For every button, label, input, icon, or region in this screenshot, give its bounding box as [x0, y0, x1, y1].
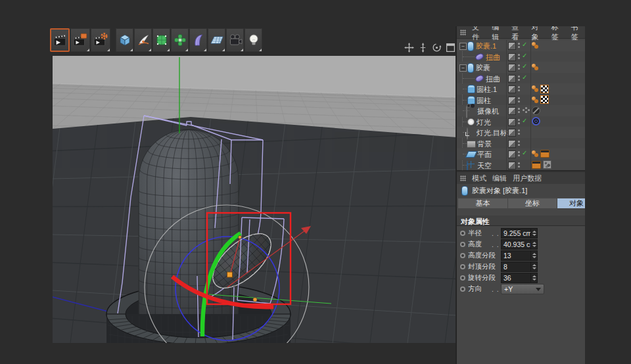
- object-row-light[interactable]: 灯光 ✓: [457, 116, 585, 127]
- object-row-capsule-1[interactable]: – 胶囊.1 ✓: [457, 40, 585, 51]
- keyframe-circle-icon[interactable]: [460, 253, 465, 258]
- visibility-dots[interactable]: [518, 162, 520, 164]
- layer-square-toggle[interactable]: [508, 53, 516, 61]
- gizmo-handle-dot[interactable]: [253, 298, 257, 302]
- texture-tag-icon[interactable]: [540, 85, 549, 93]
- object-name[interactable]: 灯光: [477, 118, 491, 127]
- object-name[interactable]: 圆柱.1: [477, 85, 497, 95]
- target-tag-icon[interactable]: [532, 117, 540, 125]
- edit-render-settings-button[interactable]: [91, 28, 110, 52]
- phong-tag-icon[interactable]: [532, 150, 536, 154]
- layer-square-toggle[interactable]: [508, 107, 516, 115]
- object-name[interactable]: 胶囊.1: [476, 41, 496, 51]
- object-row-sky[interactable]: 天空: [457, 160, 585, 171]
- bend-deformer-button[interactable]: [189, 28, 207, 52]
- pan-view-icon[interactable]: [404, 42, 414, 53]
- phong-tag-icon[interactable]: [532, 42, 536, 46]
- tab-basic[interactable]: 基本: [458, 198, 507, 208]
- sky-texture-tag-icon[interactable]: [543, 160, 551, 169]
- dolly-view-icon[interactable]: [417, 42, 428, 53]
- object-name[interactable]: 圆柱: [477, 96, 491, 106]
- add-cube-primitive-button[interactable]: [116, 28, 133, 52]
- orientation-dropdown[interactable]: +Y: [501, 284, 544, 294]
- object-row-camera[interactable]: 摄像机: [457, 105, 585, 116]
- object-row-twist-2[interactable]: 扭曲 ✓: [457, 73, 585, 84]
- height-segments-input[interactable]: 13: [501, 250, 538, 261]
- object-row-background[interactable]: 背景: [457, 138, 585, 149]
- phong-tag-icon[interactable]: [532, 97, 536, 101]
- perspective-viewport[interactable]: [53, 56, 457, 343]
- spinner-arrows-icon[interactable]: [530, 262, 537, 271]
- floor-environment-button[interactable]: [208, 28, 225, 52]
- panel-grip-icon[interactable]: [460, 30, 466, 35]
- object-name[interactable]: 扭曲: [486, 53, 500, 62]
- layer-square-toggle[interactable]: [508, 85, 516, 93]
- keyframe-circle-icon[interactable]: [460, 231, 465, 236]
- compositing-tag-icon[interactable]: [540, 150, 549, 158]
- camera-toggle-dots[interactable]: [523, 109, 525, 111]
- cap-segments-input[interactable]: 8: [501, 262, 538, 272]
- subdivision-surface-button[interactable]: [152, 28, 170, 52]
- object-row-capsule[interactable]: – 胶囊 ✓: [457, 62, 585, 73]
- object-name[interactable]: 扭曲: [486, 74, 500, 84]
- object-row-cylinder[interactable]: 圆柱: [457, 95, 585, 106]
- visibility-dots[interactable]: [518, 129, 520, 131]
- enabled-check-icon[interactable]: ✓: [522, 41, 527, 48]
- layer-square-toggle[interactable]: [508, 129, 516, 137]
- keyframe-circle-icon[interactable]: [460, 264, 465, 269]
- menu-edit[interactable]: 编辑: [492, 173, 507, 183]
- object-row-cylinder-1[interactable]: 圆柱.1: [457, 83, 585, 95]
- enabled-check-icon[interactable]: ✓: [522, 62, 527, 70]
- visibility-dots[interactable]: [518, 64, 520, 66]
- keyframe-circle-icon[interactable]: [460, 286, 465, 292]
- protection-tag-icon[interactable]: [532, 106, 540, 115]
- keyframe-circle-icon[interactable]: [460, 275, 465, 281]
- object-row-light-target[interactable]: 灯光.目标.1: [457, 127, 585, 138]
- layer-square-toggle[interactable]: [508, 162, 516, 170]
- visibility-dots[interactable]: [518, 86, 520, 88]
- gizmo-center-handle[interactable]: [227, 272, 233, 277]
- layer-square-toggle[interactable]: [508, 118, 516, 126]
- rotation-segments-input[interactable]: 36: [501, 273, 538, 283]
- phong-tag-icon[interactable]: [532, 85, 536, 89]
- modeling-commands-button[interactable]: [171, 28, 189, 52]
- enabled-check-icon[interactable]: ✓: [522, 149, 527, 156]
- rotate-view-icon[interactable]: [431, 42, 442, 53]
- visibility-dots[interactable]: [518, 54, 520, 56]
- layer-square-toggle[interactable]: [508, 97, 516, 104]
- radius-input[interactable]: 9.255 cm: [501, 228, 538, 239]
- camera-button[interactable]: [226, 28, 244, 52]
- visibility-dots[interactable]: [518, 76, 520, 78]
- enabled-check-icon[interactable]: ✓: [522, 117, 527, 124]
- layer-square-toggle[interactable]: [508, 150, 516, 158]
- visibility-dots[interactable]: [518, 43, 520, 45]
- object-name[interactable]: 胶囊: [476, 63, 490, 73]
- collapse-icon[interactable]: –: [459, 64, 467, 72]
- spinner-arrows-icon[interactable]: [530, 251, 537, 260]
- height-input[interactable]: 40.935 cm: [501, 239, 538, 250]
- menu-user-data[interactable]: 用户数据: [513, 173, 542, 183]
- object-name[interactable]: 天空: [477, 161, 492, 171]
- tab-object[interactable]: 对象: [557, 198, 585, 208]
- render-view-button[interactable]: [50, 28, 70, 52]
- visibility-dots[interactable]: [518, 151, 520, 153]
- light-button[interactable]: [245, 28, 262, 52]
- spline-pen-button[interactable]: [134, 28, 152, 52]
- spinner-arrows-icon[interactable]: [530, 273, 537, 283]
- object-name[interactable]: 摄像机: [477, 106, 499, 116]
- menu-mode[interactable]: 模式: [472, 173, 486, 183]
- spinner-arrows-icon[interactable]: [530, 240, 537, 249]
- keyframe-circle-icon[interactable]: [460, 242, 465, 247]
- spinner-arrows-icon[interactable]: [530, 229, 537, 238]
- layer-square-toggle[interactable]: [508, 140, 516, 148]
- maximize-view-icon[interactable]: [445, 42, 456, 53]
- texture-tag-icon[interactable]: [540, 95, 549, 104]
- object-name[interactable]: 背景: [477, 139, 492, 149]
- enabled-check-icon[interactable]: ✓: [522, 74, 527, 81]
- object-row-plane[interactable]: 平面 ✓: [457, 148, 585, 160]
- render-to-picture-viewer-button[interactable]: [70, 28, 90, 52]
- enabled-check-icon[interactable]: ✓: [522, 52, 527, 59]
- visibility-dots[interactable]: [518, 97, 520, 99]
- compositing-tag-icon[interactable]: [532, 161, 541, 169]
- visibility-dots[interactable]: [518, 141, 520, 143]
